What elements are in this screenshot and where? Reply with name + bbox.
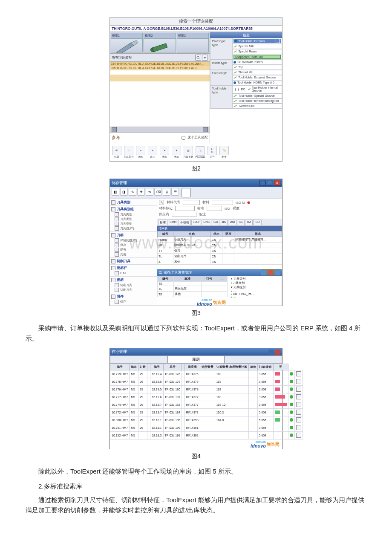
table-row[interactable]: TE: [158, 282, 228, 286]
fig3-tab[interactable]: UNI: [228, 220, 236, 225]
cart-icon[interactable]: [296, 379, 301, 384]
fig2-result-row[interactable]: 334 THINTGRO.OUTIL A GORGE.B108.L530.B10…: [110, 62, 210, 66]
material-code-input[interactable]: [183, 200, 200, 205]
tb-measure[interactable]: 📏测量: [219, 145, 229, 159]
sidebar-item[interactable]: 保存: [115, 299, 156, 304]
maximize-button[interactable]: □: [267, 180, 273, 186]
sidebar-item[interactable]: 保存: [115, 243, 156, 247]
fig2-thumb-2[interactable]: 视图2: [144, 33, 176, 52]
table-row[interactable]: 10.390 HM7M52962.18.1TP-03L 185RF1439010…: [110, 416, 303, 424]
tree-node[interactable]: ▪ CUTTING_PA…: [228, 292, 281, 295]
sidebar-section-header[interactable]: 刀柄: [111, 233, 156, 237]
table-row[interactable]: 10.776 HM7M52962.19.5TP-03L 179RF1437910…: [110, 378, 303, 386]
tree-node[interactable]: ▾ 刀具组别: [228, 285, 281, 289]
table-row[interactable]: 10.719 HM7M52962.19.4TP-03L 176RF1437610…: [110, 370, 303, 378]
tree-item[interactable]: Tool Holder External: [233, 39, 281, 43]
sidebar-section-header[interactable]: 刀具类别: [111, 200, 156, 205]
toolbar-icon[interactable]: ⎙: [163, 188, 170, 196]
table-row[interactable]: A其他CN: [158, 259, 282, 265]
tb-params[interactable]: ▥刀具参数: [183, 145, 193, 159]
tree-item[interactable]: Tool Holder HORN Type A 5…: [233, 81, 281, 84]
tree-item[interactable]: Tap: [233, 66, 281, 69]
sidebar-item[interactable]: GA1: [115, 271, 156, 275]
pc-checkbox[interactable]: [235, 88, 239, 91]
fig3-tab[interactable]: JIS: [220, 220, 228, 225]
toolbar-icon[interactable]: ✎: [129, 188, 136, 196]
sidebar-item[interactable]: 共用: [115, 252, 156, 257]
sidebar-item[interactable]: 刀具(生产): [115, 226, 156, 231]
tree-node[interactable]: ▪ …: [228, 295, 281, 298]
table-row[interactable]: HORN小型刀具CN标准材料T3 产能材料…: [158, 237, 282, 243]
sidebar-section-header[interactable]: 附件: [111, 294, 156, 299]
fig2-thumb-3[interactable]: 视图3: [177, 33, 209, 52]
fig2-thumb-1[interactable]: 视图1: [111, 33, 143, 52]
cart-icon[interactable]: [296, 387, 301, 392]
fig2-toolassembly-checkbox[interactable]: 这个工具装配: [180, 135, 208, 141]
tab-left[interactable]: [110, 356, 167, 364]
tb-add3[interactable]: ✦增加: [171, 145, 182, 159]
fig3-tab[interactable]: UNS: [202, 220, 211, 225]
fig2-horizontal-scrollbar[interactable]: [110, 127, 210, 132]
toolbar-icon[interactable]: ☰: [171, 188, 179, 196]
fig3-tab[interactable]: 10Cr: [191, 220, 201, 225]
tb-remove[interactable]: ✦减少: [147, 145, 158, 159]
table-row[interactable]: 10.772 HM7M52962.19.7TP-03L 184RF1437810…: [110, 409, 303, 416]
close-button[interactable]: ×: [274, 180, 280, 186]
tree-item[interactable]: Special Mill: [233, 45, 281, 48]
tb-passage[interactable]: ⚠Passage: [195, 145, 205, 159]
tb-inventory[interactable]: ⌂刀具库存: [124, 145, 134, 159]
close-button[interactable]: [275, 350, 280, 355]
tree-item[interactable]: Tool Holder Special Groove: [233, 94, 281, 98]
fig2-result-row[interactable]: 335 THINTGRO.OUTIL A GORGE.B108.L530.B10…: [110, 66, 210, 70]
tree-node[interactable]: ▪ 刀具类别: [228, 281, 281, 285]
fig3-tab[interactable]: ISO: [253, 220, 262, 225]
table-row[interactable]: 10.751 HM7M52962.18.1TP-03L 199RF143513.…: [110, 424, 303, 432]
sidebar-item[interactable]: 刀具类别: [115, 217, 156, 221]
sidebar-item[interactable]: 刀具类别: [115, 212, 156, 217]
tab-warehouse[interactable]: 库房: [167, 356, 225, 364]
sidebar-item[interactable]: 现有: [115, 247, 156, 252]
tab-right[interactable]: [225, 356, 282, 364]
close-icon[interactable]: [268, 269, 274, 275]
cart-icon[interactable]: [296, 433, 301, 438]
cart-icon[interactable]: [296, 410, 301, 415]
table-row[interactable]: TE其他: [158, 292, 228, 297]
table-row[interactable]: TL切削刀片CN: [158, 254, 282, 259]
cart-icon[interactable]: [296, 425, 301, 430]
table-row[interactable]: 10.717 HM7M52962.19.6TP-03L 181RF1437210…: [110, 393, 303, 401]
sidebar-section-header[interactable]: 接柄: [111, 278, 156, 282]
fig3-tab[interactable]: Steel: [168, 220, 178, 225]
toolbar-icon[interactable]: ⌫: [154, 188, 162, 196]
sidebar-item[interactable]: 保留的(生产): [115, 238, 156, 243]
fig3-tab[interactable]: 标准: [158, 220, 167, 225]
table-row[interactable]: TL表面光度: [158, 286, 228, 292]
tree-item[interactable]: Tool Holder Internal Groove: [248, 86, 281, 92]
table-row[interactable]: TT铣刀CN: [158, 248, 282, 254]
tree-item[interactable]: Tool Holder for free turning rod: [233, 99, 281, 103]
material-input[interactable]: [212, 200, 233, 205]
tree-node[interactable]: ▸ 刀具类别: [228, 277, 281, 281]
search-icon[interactable]: [195, 55, 201, 61]
tb-add2[interactable]: ✦增加: [159, 145, 170, 159]
supplier-input[interactable]: [172, 212, 196, 217]
toolbar-icon[interactable]: ◨: [120, 188, 128, 196]
fig3-tab[interactable]: TM: [245, 220, 253, 225]
tree-item[interactable]: Special Ream: [233, 50, 281, 53]
standard-input[interactable]: [207, 206, 222, 211]
material-mark-input[interactable]: [175, 206, 195, 211]
tb-add[interactable]: ✦增加: [135, 145, 146, 159]
tree-node[interactable]: ▪ …: [228, 289, 281, 292]
fig3-tab[interactable]: SS: [237, 220, 244, 225]
minimize-button[interactable]: [268, 350, 274, 355]
toolbar-icon[interactable]: ⟲: [146, 188, 153, 196]
table-row[interactable]: 10.152 HM7M562.18.3TP-03L 199RF143025.65…: [110, 432, 303, 439]
sidebar-section-header[interactable]: 套柄杆: [111, 266, 156, 270]
tool-icon[interactable]: [274, 269, 280, 275]
sidebar-section-header[interactable]: 切削刀具: [111, 259, 156, 263]
sidebar-item[interactable]: 刀具类别: [115, 221, 156, 226]
tb-toolno[interactable]: LR刀号: [207, 145, 217, 159]
table-row[interactable]: NF除螺纹车刀1.0X…CN: [158, 243, 282, 248]
cart-icon[interactable]: [296, 394, 301, 399]
toolbar-icon[interactable]: ◧: [112, 188, 119, 196]
tree-item[interactable]: Thread Mill: [233, 71, 281, 74]
